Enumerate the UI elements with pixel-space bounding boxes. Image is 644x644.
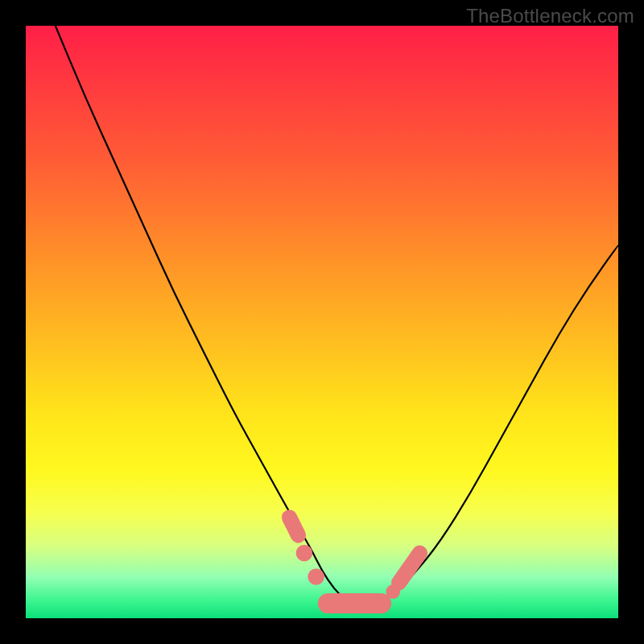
svg-line-4 [399,553,420,583]
curve-markers [290,518,420,604]
chart-svg [26,26,618,618]
svg-point-5 [386,584,400,599]
svg-line-3 [290,518,299,535]
svg-point-1 [296,545,313,562]
chart-frame: TheBottleneck.com [0,0,644,644]
plot-area [26,26,618,618]
svg-point-2 [308,568,324,585]
watermark-text: TheBottleneck.com [466,5,634,27]
curve-path [56,26,618,606]
